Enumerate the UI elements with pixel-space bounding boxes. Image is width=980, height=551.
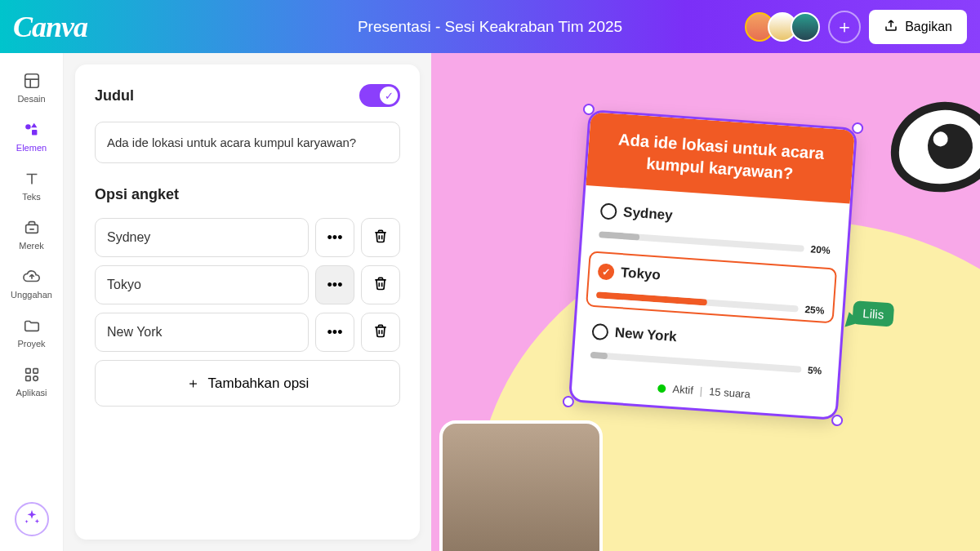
sidebar-item-proyek[interactable]: Proyek <box>0 308 63 357</box>
svg-point-1 <box>25 124 30 129</box>
poll-option[interactable]: Sydney 20% <box>599 198 833 256</box>
sidebar-item-label: Elemen <box>16 143 47 153</box>
poll-percentage: 20% <box>810 243 831 256</box>
sidebar-item-label: Unggahan <box>11 290 52 300</box>
sidebar-item-aplikasi[interactable]: Aplikasi <box>0 357 63 406</box>
trash-icon <box>372 228 389 248</box>
header-actions: ＋ Bagikan <box>751 10 967 44</box>
sidebar-item-label: Merek <box>19 241 44 251</box>
cursor-user-label: Lilis <box>853 300 895 327</box>
svg-rect-5 <box>33 369 38 374</box>
poll-widget-selection[interactable]: Ada ide lokasi untuk acara kumpul karyaw… <box>568 109 858 420</box>
document-title[interactable]: Presentasi - Sesi Keakraban Tim 2025 <box>358 18 622 36</box>
sidebar-item-teks[interactable]: Teks <box>0 161 63 210</box>
add-option-label: Tambahkan opsi <box>208 375 310 392</box>
svg-point-7 <box>33 376 38 381</box>
design-canvas[interactable]: Ada ide lokasi untuk acara kumpul karyaw… <box>431 53 980 551</box>
poll-percentage: 25% <box>804 304 825 317</box>
plus-icon: ＋ <box>835 15 853 39</box>
radio-icon <box>591 323 608 340</box>
option-delete-button[interactable] <box>361 313 400 352</box>
folder-icon <box>22 316 42 335</box>
option-delete-button[interactable] <box>361 218 400 257</box>
brand-icon <box>22 218 42 238</box>
sidebar-item-desain[interactable]: Desain <box>0 63 63 112</box>
avatar[interactable] <box>791 12 820 42</box>
poll-editor-card: Judul ✓ Opsi angket ••• ••• •• <box>75 64 420 540</box>
svg-rect-4 <box>25 369 30 374</box>
poll-widget[interactable]: Ada ide lokasi untuk acara kumpul karyaw… <box>568 109 858 420</box>
svg-rect-2 <box>32 130 37 135</box>
share-button[interactable]: Bagikan <box>869 10 967 44</box>
shapes-icon <box>22 120 42 140</box>
title-heading: Judul <box>95 87 134 104</box>
collaborator-avatars[interactable] <box>751 12 820 42</box>
option-input[interactable] <box>95 265 309 304</box>
option-more-button[interactable]: ••• <box>315 265 354 304</box>
option-input[interactable] <box>95 313 309 352</box>
svg-rect-6 <box>25 376 30 381</box>
poll-status: Aktif <box>672 383 693 397</box>
collaborator-cursor: Lilis <box>843 311 894 327</box>
upload-icon <box>22 267 42 287</box>
share-icon <box>884 18 898 36</box>
sidebar-item-label: Proyek <box>17 339 45 349</box>
option-row: ••• <box>95 313 400 352</box>
properties-panel: Judul ✓ Opsi angket ••• ••• •• <box>64 53 431 551</box>
add-option-button[interactable]: ＋ Tambahkan opsi <box>95 360 400 407</box>
option-row: ••• <box>95 218 400 257</box>
canva-logo[interactable]: Canva <box>13 10 87 44</box>
option-more-button[interactable]: ••• <box>315 218 354 257</box>
add-collaborator-button[interactable]: ＋ <box>828 11 861 43</box>
option-more-button[interactable]: ••• <box>315 313 354 352</box>
more-icon: ••• <box>327 277 343 294</box>
title-toggle[interactable]: ✓ <box>359 84 400 107</box>
poll-title-input[interactable] <box>95 122 400 163</box>
separator: | <box>699 384 702 397</box>
poll-option-label: Tokyo <box>620 264 661 283</box>
layout-icon <box>22 71 42 91</box>
app-header: Canva Presentasi - Sesi Keakraban Tim 20… <box>0 0 980 53</box>
text-icon <box>22 169 42 189</box>
options-heading: Opsi angket <box>95 186 179 203</box>
check-icon: ✓ <box>380 87 398 104</box>
magic-button[interactable] <box>15 502 49 536</box>
trash-icon <box>372 275 389 295</box>
sidebar-item-label: Teks <box>22 192 41 202</box>
poll-option-label: New York <box>614 325 677 345</box>
plus-icon: ＋ <box>186 374 200 393</box>
poll-option-label: Sydney <box>623 204 674 224</box>
radio-icon <box>600 202 617 220</box>
sidebar-item-label: Desain <box>17 94 45 104</box>
sidebar-item-unggahan[interactable]: Unggahan <box>0 259 63 308</box>
poll-option[interactable]: New York 5% <box>590 318 824 377</box>
photo-placeholder[interactable] <box>439 420 603 551</box>
more-icon: ••• <box>327 229 343 247</box>
left-sidebar: Desain Elemen Teks Merek Unggahan Proyek… <box>0 53 64 551</box>
option-input[interactable] <box>95 218 309 257</box>
poll-body: Sydney 20% ✓ Tokyo <box>571 185 850 418</box>
sidebar-item-label: Aplikasi <box>16 388 47 398</box>
trash-icon <box>372 322 389 343</box>
sidebar-item-merek[interactable]: Merek <box>0 210 63 259</box>
poll-percentage: 5% <box>807 364 822 376</box>
option-delete-button[interactable] <box>361 265 400 304</box>
poll-footer: Aktif | 15 suara <box>588 372 821 407</box>
status-dot-icon <box>657 384 666 393</box>
option-row: ••• <box>95 265 400 304</box>
selection-handle[interactable] <box>852 122 864 134</box>
poll-option[interactable]: ✓ Tokyo 25% <box>586 251 837 323</box>
poll-votes: 15 suara <box>709 385 751 400</box>
sidebar-item-elemen[interactable]: Elemen <box>0 112 63 161</box>
decorative-eye <box>884 95 980 198</box>
sparkle-icon <box>23 509 41 530</box>
radio-checked-icon: ✓ <box>597 263 614 280</box>
apps-icon <box>22 365 42 384</box>
share-label: Bagikan <box>905 20 952 34</box>
svg-rect-0 <box>24 74 38 88</box>
more-icon: ••• <box>327 324 343 341</box>
